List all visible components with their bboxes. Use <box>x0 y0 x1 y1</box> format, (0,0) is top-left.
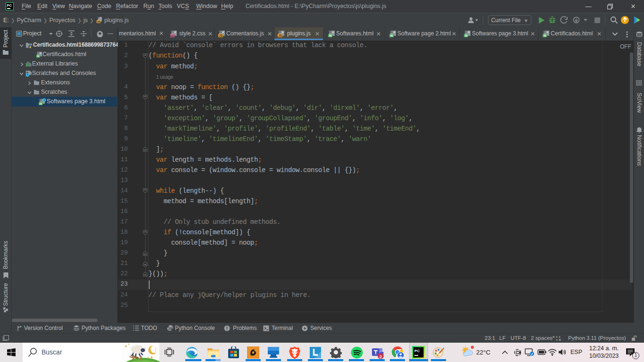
svg-text:JS: JS <box>219 34 223 37</box>
svg-text:H: H <box>40 102 41 105</box>
svg-text:2: 2 <box>380 354 382 359</box>
svg-text:JS: JS <box>97 20 100 23</box>
svg-text:H: H <box>329 34 331 37</box>
svg-text:H: H <box>544 34 546 37</box>
svg-text:H: H <box>390 34 393 37</box>
svg-text:PC: PC <box>414 349 420 353</box>
svg-text:H: H <box>465 34 467 37</box>
svg-text:H: H <box>37 55 39 58</box>
svg-text:JS: JS <box>278 34 282 37</box>
svg-text:css: css <box>170 34 175 37</box>
